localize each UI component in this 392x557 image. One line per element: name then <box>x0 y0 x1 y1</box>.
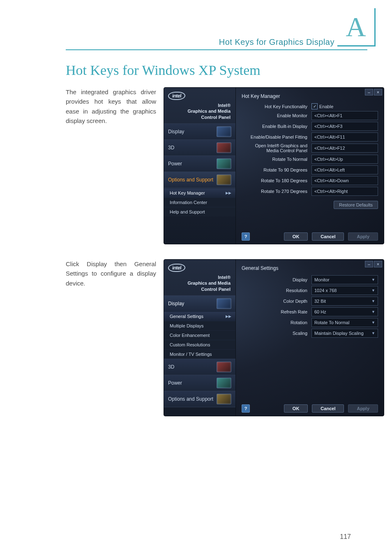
logo-row: intel <box>164 264 235 274</box>
sidebar: intel Intel® Graphics and Media Control … <box>164 88 236 244</box>
thumbnail-icon <box>217 362 231 372</box>
hotkey-input[interactable]: <Ctrl><Alt>Down <box>311 176 378 185</box>
subnav-item-custom[interactable]: Custom Resolutions <box>164 340 235 349</box>
panel-title-line: Graphics and Media <box>164 108 231 114</box>
dropdown[interactable]: 32 Bit ▼ <box>311 297 378 306</box>
sidebar-item-label: Options and Support <box>168 396 213 402</box>
apply-button[interactable]: Apply <box>348 232 378 241</box>
minimize-button[interactable]: – <box>365 261 373 267</box>
dropdown-value: Rotate To Normal <box>314 320 349 325</box>
subnav-item-info[interactable]: Information Center <box>164 197 235 207</box>
chevron-down-icon: ▼ <box>371 278 375 282</box>
minimize-button[interactable]: – <box>365 89 373 95</box>
setting-row: Rotation Rotate To Normal ▼ <box>242 318 378 327</box>
chevron-down-icon: ▼ <box>371 310 375 314</box>
sidebar-item-options[interactable]: Options and Support <box>164 172 235 188</box>
sidebar-item-3d[interactable]: 3D <box>164 139 235 155</box>
hotkey-input[interactable]: <Ctrl><Alt>Up <box>311 155 378 164</box>
help-button[interactable]: ? <box>242 404 250 413</box>
close-button[interactable]: × <box>374 261 382 267</box>
dropdown[interactable]: 60 Hz ▼ <box>311 307 378 316</box>
hotkey-input[interactable]: <Ctrl><Alt>F3 <box>311 122 378 131</box>
sidebar-item-label: Display <box>168 129 184 135</box>
row-label: Display <box>242 277 309 282</box>
button-bar: ? OK Cancel Apply <box>242 404 378 413</box>
content-row: The integrated graphics driver provides … <box>66 87 351 244</box>
panel-title: Intel® Graphics and Media Control Panel <box>164 102 235 123</box>
sidebar-item-power[interactable]: Power <box>164 375 235 391</box>
content-row: Click Display then General Settings to c… <box>66 259 351 416</box>
hotkey-input[interactable]: <Ctrl><Alt>F11 <box>311 132 378 142</box>
sidebar-item-options[interactable]: Options and Support <box>164 391 235 407</box>
setting-row: Color Depth 32 Bit ▼ <box>242 297 378 306</box>
dropdown[interactable]: Rotate To Normal ▼ <box>311 318 378 327</box>
panel-title-line: Intel® <box>164 102 231 108</box>
hotkey-input[interactable]: <Ctrl><Alt>Right <box>311 187 378 196</box>
dropdown[interactable]: Monitor ▼ <box>311 275 378 284</box>
page-title: Hot Keys for Windows XP System <box>66 63 351 78</box>
panel-title-line: Graphics and Media <box>164 280 231 286</box>
panel-title: Intel® Graphics and Media Control Panel <box>164 274 235 295</box>
hotkey-input[interactable]: <Ctrl><Alt>F1 <box>311 111 378 120</box>
subnav-item-montv[interactable]: Monitor / TV Settings <box>164 349 235 359</box>
sidebar-item-label: Power <box>168 161 182 167</box>
main-pane: Hot Key Manager Hot Key Functionality ✓ … <box>236 88 384 244</box>
restore-defaults-button[interactable]: Restore Defaults <box>334 201 378 209</box>
chevron-down-icon: ▼ <box>371 331 375 335</box>
subnav-item-hotkey[interactable]: Hot Key Manager ▶▶ <box>164 188 235 197</box>
chevron-right-icon: ▶▶ <box>226 314 231 318</box>
sidebar-item-label: Display <box>168 301 184 306</box>
subnav-label: Custom Resolutions <box>170 342 210 347</box>
screenshot-wrapper: – × intel Intel® Graphics and Media Cont… <box>164 87 384 244</box>
thumbnail-icon <box>217 298 231 309</box>
page: Hot Keys for Graphics Display A Hot Keys… <box>0 0 392 557</box>
enable-row: Hot Key Functionality ✓ Enable <box>242 103 378 109</box>
dropdown-value: 1024 x 768 <box>314 288 337 293</box>
sidebar-item-label: Options and Support <box>168 177 213 183</box>
row-label: Refresh Rate <box>242 309 309 314</box>
dropdown-value: 60 Hz <box>314 309 326 314</box>
ok-button[interactable]: OK <box>284 232 308 241</box>
dropdown-value: Monitor <box>314 277 330 282</box>
close-button[interactable]: × <box>374 89 382 95</box>
section-label: Hot Keys for Graphics Display <box>219 37 334 47</box>
ok-button[interactable]: OK <box>284 404 308 413</box>
hotkey-row: Enable Built-in Display <Ctrl><Alt>F3 <box>242 122 378 131</box>
hotkey-input[interactable]: <Ctrl><Alt>F12 <box>311 144 378 153</box>
page-header: Hot Keys for Graphics Display A <box>66 21 367 50</box>
sidebar-item-display[interactable]: Display <box>164 295 235 311</box>
sidebar-item-3d[interactable]: 3D <box>164 359 235 375</box>
row-label: Enable/Disable Panel Fitting <box>242 135 309 139</box>
thumbnail-icon <box>217 158 231 169</box>
hotkey-row: Rotate To Normal <Ctrl><Alt>Up <box>242 155 378 164</box>
hotkey-input[interactable]: <Ctrl><Alt>Left <box>311 165 378 174</box>
intel-logo-icon: intel <box>168 92 186 100</box>
subnav-item-multiple[interactable]: Multiple Displays <box>164 321 235 330</box>
screenshot-wrapper: – × intel Intel® Graphics and Media Cont… <box>164 259 384 416</box>
thumbnail-icon <box>217 142 231 153</box>
cancel-button[interactable]: Cancel <box>312 404 344 413</box>
apply-button[interactable]: Apply <box>348 404 378 413</box>
row-label: Rotate To 180 Degrees <box>242 178 309 183</box>
chevron-down-icon: ▼ <box>371 288 375 292</box>
main-pane: General Settings Display Monitor ▼ Resol… <box>236 260 384 416</box>
window-controls: – × <box>364 261 382 267</box>
window-controls: – × <box>364 89 382 95</box>
subnav-item-help[interactable]: Help and Support <box>164 207 235 216</box>
help-button[interactable]: ? <box>242 232 250 241</box>
cancel-button[interactable]: Cancel <box>312 232 344 241</box>
thumbnail-icon <box>217 126 231 137</box>
row-label: Rotate To 270 Degrees <box>242 189 309 194</box>
hotkey-row: Enable/Disable Panel Fitting <Ctrl><Alt>… <box>242 132 378 142</box>
sidebar-item-power[interactable]: Power <box>164 155 235 172</box>
row-label: Enable Built-in Display <box>242 124 309 129</box>
subnav-label: Help and Support <box>170 209 205 214</box>
dropdown[interactable]: Maintain Display Scaling ▼ <box>311 329 378 338</box>
subnav-label: Color Enhancement <box>170 333 210 338</box>
subnav: General Settings ▶▶ Multiple Displays Co… <box>164 311 235 359</box>
subnav-item-color[interactable]: Color Enhancement <box>164 330 235 340</box>
subnav-item-general[interactable]: General Settings ▶▶ <box>164 311 235 321</box>
enable-checkbox[interactable]: ✓ <box>311 103 318 109</box>
dropdown[interactable]: 1024 x 768 ▼ <box>311 286 378 295</box>
sidebar-item-display[interactable]: Display <box>164 123 235 139</box>
